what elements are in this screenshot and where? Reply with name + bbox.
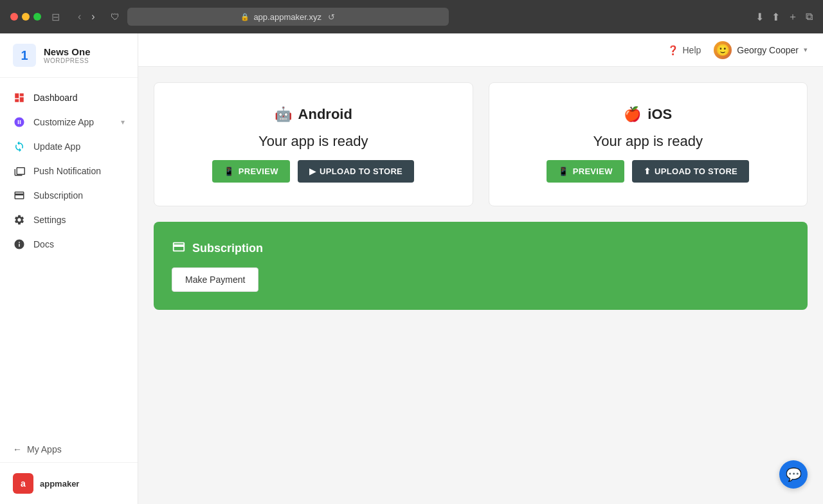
sidebar-header: 1 News One WORDPRESS: [0, 33, 138, 78]
url-text: app.appmaker.xyz: [253, 12, 321, 22]
sidebar-item-label-dashboard: Dashboard: [33, 93, 125, 103]
sidebar-footer[interactable]: a appmaker: [0, 462, 138, 504]
share-btn[interactable]: ⬆: [772, 10, 780, 24]
sidebar-item-label-customize: Customize App: [33, 117, 113, 127]
upload-icon-ios: ⬆: [644, 166, 651, 176]
address-bar[interactable]: 🔒 app.appmaker.xyz ↺: [127, 8, 449, 26]
android-platform-title: 🤖 Android: [275, 106, 352, 123]
browser-chrome: ⊟ ‹ › 🛡 🔒 app.appmaker.xyz ↺ ⬇ ⬆ ＋ ⧉: [0, 0, 823, 33]
subscription-title: Subscription: [172, 240, 790, 257]
android-preview-button[interactable]: 📱 PREVIEW: [212, 160, 289, 183]
lock-icon: 🔒: [240, 13, 249, 21]
top-header: ❓ Help 🙂 Georgy Cooper ▾: [138, 33, 823, 67]
ios-preview-button[interactable]: 📱 PREVIEW: [547, 160, 624, 183]
sidebar-item-label-update: Update App: [33, 141, 125, 152]
sidebar-item-customize[interactable]: Customize App ▾: [0, 110, 138, 134]
subscription-icon: [13, 190, 26, 201]
ios-status: Your app is ready: [593, 133, 703, 150]
tabs-btn[interactable]: ⧉: [806, 10, 813, 24]
content-area: 🤖 Android Your app is ready 📱 PREVIEW ▶ …: [138, 67, 823, 504]
user-menu-button[interactable]: 🙂 Georgy Cooper ▾: [714, 41, 808, 59]
browser-nav: ‹ ›: [75, 10, 98, 24]
docs-icon: [13, 239, 26, 250]
sidebar-item-push[interactable]: Push Notification: [0, 159, 138, 183]
new-tab-btn[interactable]: ＋: [788, 10, 798, 24]
sidebar-item-label-settings: Settings: [33, 215, 125, 225]
ios-actions: 📱 PREVIEW ⬆ UPLOAD TO STORE: [547, 160, 749, 183]
android-card: 🤖 Android Your app is ready 📱 PREVIEW ▶ …: [154, 82, 473, 206]
push-icon: [13, 165, 26, 177]
sidebar-item-docs[interactable]: Docs: [0, 232, 138, 256]
avatar-image: 🙂: [716, 43, 730, 57]
ios-upload-button[interactable]: ⬆ UPLOAD TO STORE: [632, 160, 749, 183]
subscription-banner: Subscription Make Payment: [154, 222, 808, 310]
dot-close[interactable]: [10, 13, 18, 21]
avatar: 🙂: [714, 41, 732, 59]
preview-icon-ios: 📱: [558, 166, 568, 176]
chat-bubble-button[interactable]: 💬: [779, 460, 808, 489]
app-type: WORDPRESS: [44, 57, 91, 64]
refresh-icon[interactable]: ↺: [328, 12, 335, 22]
sidebar: 1 News One WORDPRESS Dashboard Customize…: [0, 33, 138, 504]
help-button[interactable]: ❓ Help: [667, 45, 701, 55]
my-apps-link[interactable]: ← My Apps: [0, 437, 138, 462]
chevron-down-icon: ▾: [121, 118, 125, 127]
make-payment-button[interactable]: Make Payment: [172, 267, 258, 292]
subscription-icon: [172, 240, 186, 257]
sidebar-item-subscription[interactable]: Subscription: [0, 183, 138, 208]
app-logo: 1: [13, 44, 36, 67]
appmaker-logo: a: [13, 473, 33, 494]
sidebar-item-dashboard[interactable]: Dashboard: [0, 86, 138, 110]
sidebar-item-label-docs: Docs: [33, 239, 125, 249]
sidebar-item-update[interactable]: Update App: [0, 134, 138, 159]
app-name: News One: [44, 46, 91, 57]
chat-icon: 💬: [786, 467, 802, 482]
update-icon: [13, 141, 26, 152]
ios-card: 🍎 iOS Your app is ready 📱 PREVIEW ⬆ UPLO…: [489, 82, 808, 206]
user-name: Georgy Cooper: [737, 45, 799, 55]
my-apps-label: My Apps: [27, 444, 62, 455]
browser-dots: [10, 13, 41, 21]
app-layout: 1 News One WORDPRESS Dashboard Customize…: [0, 33, 823, 504]
ios-name: iOS: [647, 106, 672, 123]
footer-brand-label: appmaker: [40, 479, 79, 489]
forward-btn[interactable]: ›: [89, 10, 97, 24]
sidebar-toggle-btn[interactable]: ⊟: [49, 10, 62, 24]
back-arrow-icon: ←: [13, 444, 22, 455]
user-dropdown-icon: ▾: [804, 46, 808, 54]
android-status: Your app is ready: [258, 133, 368, 150]
help-icon: ❓: [667, 45, 678, 55]
dot-minimize[interactable]: [22, 13, 30, 21]
preview-icon-android: 📱: [224, 166, 234, 176]
android-icon: 🤖: [275, 106, 292, 123]
app-info: News One WORDPRESS: [44, 46, 91, 64]
subscription-title-text: Subscription: [192, 242, 263, 255]
dashboard-icon: [13, 92, 26, 104]
browser-actions: ⬇ ⬆ ＋ ⧉: [755, 10, 813, 24]
android-actions: 📱 PREVIEW ▶ UPLOAD TO STORE: [212, 160, 414, 183]
dot-maximize[interactable]: [33, 13, 41, 21]
android-name: Android: [298, 106, 352, 123]
sidebar-item-label-subscription: Subscription: [33, 190, 125, 201]
cards-row: 🤖 Android Your app is ready 📱 PREVIEW ▶ …: [154, 82, 808, 206]
android-upload-button[interactable]: ▶ UPLOAD TO STORE: [298, 160, 414, 183]
upload-icon-android: ▶: [309, 166, 316, 176]
shield-icon: 🛡: [111, 12, 120, 22]
back-btn[interactable]: ‹: [75, 10, 84, 24]
download-btn[interactable]: ⬇: [755, 10, 764, 24]
help-label: Help: [682, 45, 701, 55]
ios-icon: 🍎: [624, 106, 641, 123]
sidebar-nav: Dashboard Customize App ▾ Update App Pu: [0, 78, 138, 437]
customize-icon: [13, 116, 26, 128]
main-content: ❓ Help 🙂 Georgy Cooper ▾ 🤖 Android: [138, 33, 823, 504]
settings-icon: [13, 214, 26, 226]
ios-platform-title: 🍎 iOS: [624, 106, 672, 123]
sidebar-item-label-push: Push Notification: [33, 166, 125, 176]
sidebar-item-settings[interactable]: Settings: [0, 208, 138, 232]
